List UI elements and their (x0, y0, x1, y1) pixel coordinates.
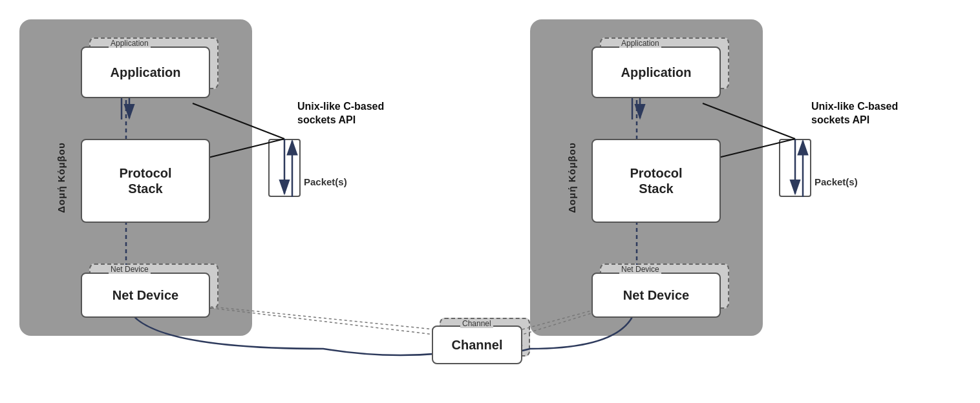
left-sockets-api-label: Unix-like C-based sockets API (297, 100, 384, 127)
right-app-shadow-label: Application (619, 39, 661, 48)
left-net-shadow-label: Net Device (109, 265, 151, 274)
channel-shadow-label: Channel (460, 319, 493, 328)
left-application-box: Application (81, 46, 210, 98)
channel-main-box: Channel (432, 326, 522, 364)
right-net-shadow-label: Net Device (619, 265, 661, 274)
left-packet-box (268, 139, 301, 197)
right-node-label: Δομή Κόμβου (566, 142, 577, 212)
left-node-label: Δομή Κόμβου (56, 142, 67, 212)
left-protocol-stack-box: Protocol Stack (81, 139, 210, 223)
right-packet-box (779, 139, 811, 197)
right-packet-label: Packet(s) (815, 176, 858, 189)
diagram-container: Δομή Κόμβου Application Application Prot… (0, 0, 980, 403)
left-app-shadow-label: Application (109, 39, 151, 48)
left-packet-label: Packet(s) (304, 176, 347, 189)
right-protocol-stack-box: Protocol Stack (591, 139, 721, 223)
left-net-device-box: Net Device (81, 273, 210, 318)
right-net-device-box: Net Device (591, 273, 721, 318)
right-sockets-api-label: Unix-like C-based sockets API (811, 100, 898, 127)
left-node-box: Δομή Κόμβου Application Application Prot… (19, 19, 252, 336)
right-node-box: Δομή Κόμβου Application Application Prot… (530, 19, 763, 336)
right-application-box: Application (591, 46, 721, 98)
